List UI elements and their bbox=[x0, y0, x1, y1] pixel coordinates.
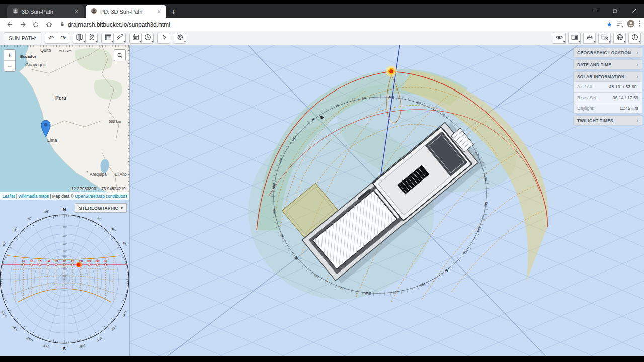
settings-gear-icon bbox=[176, 33, 184, 43]
close-window-button[interactable] bbox=[625, 8, 644, 14]
hour-label: 15 bbox=[38, 259, 42, 263]
maximize-button[interactable] bbox=[606, 8, 625, 14]
section-header-solar-information[interactable]: SOLAR INFORMATION › bbox=[574, 72, 642, 81]
scene-3d-viewport[interactable]: N1530NE6075E105120SE150165S195210SW24025… bbox=[130, 45, 644, 356]
attrib-leaflet-link[interactable]: Leaflet bbox=[3, 194, 15, 199]
forward-icon[interactable] bbox=[16, 20, 29, 30]
menu-kebab-icon[interactable] bbox=[638, 20, 641, 29]
address-bar[interactable]: drajmarsh.bitbucket.io/sunpath3d.html bbox=[59, 20, 606, 29]
location-map[interactable]: Quito Ecuador Guayaquil Perú Lima Arequi… bbox=[0, 45, 130, 200]
map-label-el-alto: El Alto bbox=[115, 172, 127, 177]
section-geographic-location: GEOGRAPHIC LOCATION › bbox=[574, 48, 642, 57]
projection-mode-button[interactable]: STEREOGRAPHIC ▾ bbox=[75, 203, 127, 213]
browser-tab-strip: 3D Sun-Path × PD: 3D Sun-Path × + bbox=[0, 4, 644, 18]
ring-label: NE bbox=[389, 95, 394, 100]
dome-sphere-button[interactable]: ▾ bbox=[583, 33, 596, 44]
azimuth-label: 165° bbox=[78, 344, 86, 349]
section-header-date-and-time[interactable]: DATE AND TIME › bbox=[574, 60, 642, 69]
map-coordinates: -12.22980890°, -76.94824219° bbox=[70, 186, 127, 191]
calendar-icon bbox=[132, 33, 140, 43]
home-icon[interactable] bbox=[42, 20, 55, 30]
map-zoom-out-button[interactable]: − bbox=[4, 60, 15, 71]
section-title: DATE AND TIME bbox=[577, 62, 611, 67]
calendar-clock-button[interactable]: ▾ bbox=[598, 33, 611, 44]
map-search-button[interactable] bbox=[114, 49, 126, 61]
back-icon[interactable] bbox=[3, 20, 16, 30]
globe-button[interactable]: ▾ bbox=[613, 33, 626, 44]
calendar-clock-icon bbox=[601, 33, 609, 43]
azimuth-label: 150° bbox=[96, 336, 103, 343]
azimuth-label: 60° bbox=[122, 241, 128, 247]
calendar-button[interactable]: ▾ bbox=[129, 33, 142, 44]
settings-gear-button[interactable]: ▾ bbox=[174, 33, 186, 44]
reload-icon[interactable] bbox=[29, 20, 42, 30]
layout-panel-button[interactable]: ▾ bbox=[568, 33, 581, 44]
hour-label: 16 bbox=[30, 259, 34, 263]
hour-label: 11 bbox=[71, 259, 74, 263]
sun-marker[interactable] bbox=[386, 66, 397, 77]
reading-list-icon[interactable] bbox=[616, 20, 623, 29]
hour-label: 10 bbox=[79, 259, 83, 263]
stereographic-diagram: 171615141312111009080710°20°30°40°50°60°… bbox=[0, 200, 130, 356]
hour-dot bbox=[31, 264, 33, 266]
globe-icon bbox=[616, 33, 624, 43]
hour-dot bbox=[55, 264, 57, 266]
azimuth-label: -165° bbox=[42, 344, 50, 349]
map-scale-right: 500 km bbox=[109, 119, 121, 124]
cardinal-n: N bbox=[63, 207, 66, 212]
data-table-button[interactable]: ▾ bbox=[101, 33, 114, 44]
redo-button[interactable]: ↷ bbox=[57, 33, 69, 44]
section-title: TWILIGHT TIMES bbox=[577, 118, 613, 123]
hour-label: 09 bbox=[87, 259, 91, 263]
chevron-right-icon: › bbox=[636, 74, 638, 79]
model-button[interactable]: ▾ bbox=[73, 33, 86, 44]
tab-pd-3d-sun-path[interactable]: PD: 3D Sun-Path × bbox=[86, 5, 166, 18]
scene-3d-canvas[interactable]: N1530NE6075E105120SE150165S195210SW24025… bbox=[130, 45, 644, 356]
profile-avatar[interactable] bbox=[627, 20, 635, 30]
tab-close-icon[interactable]: × bbox=[156, 8, 162, 15]
data-table-icon bbox=[104, 33, 112, 43]
eye-button[interactable]: ▾ bbox=[553, 33, 566, 44]
hour-label: 17 bbox=[22, 259, 26, 263]
map-canvas[interactable]: Quito Ecuador Guayaquil Perú Lima Arequi… bbox=[0, 45, 130, 200]
attrib-wikimedia-link[interactable]: Wikimedia maps bbox=[18, 194, 49, 199]
row-label: Daylight: bbox=[577, 106, 594, 111]
altitude-label: 80° bbox=[63, 274, 67, 277]
clock-icon bbox=[144, 33, 152, 43]
section-header-geographic-location[interactable]: GEOGRAPHIC LOCATION › bbox=[574, 48, 642, 57]
sunpath-toolbar-label: SUN-PATH: bbox=[4, 32, 41, 44]
minimize-button[interactable] bbox=[587, 8, 606, 14]
map-label-ecuador: Ecuador bbox=[20, 54, 36, 59]
location-pin-button[interactable]: ▾ bbox=[85, 33, 98, 44]
projection-mode-label: STEREOGRAPHIC bbox=[79, 206, 118, 211]
section-solar-information: SOLAR INFORMATION › Azi / Alt: 48.19° / … bbox=[574, 72, 642, 113]
tab-3d-sun-path[interactable]: 3D Sun-Path × bbox=[7, 5, 84, 18]
attrib-osm-link[interactable]: OpenStreetMap contributors bbox=[75, 194, 127, 199]
chevron-down-icon: ▾ bbox=[639, 40, 640, 44]
hour-label: 07 bbox=[104, 259, 108, 263]
altitude-label: 70° bbox=[63, 268, 67, 271]
bookmark-star-icon[interactable]: ★ bbox=[606, 21, 612, 28]
row-value: 11:45 Hrs bbox=[620, 106, 639, 111]
tab-close-icon[interactable]: × bbox=[74, 8, 79, 15]
azimuth-label: 120° bbox=[122, 310, 128, 318]
section-header-twilight-times[interactable]: TWILIGHT TIMES › bbox=[574, 116, 642, 125]
model-icon bbox=[75, 33, 84, 43]
tab-title: PD: 3D Sun-Path bbox=[100, 9, 153, 15]
azimuth-label: -60° bbox=[1, 240, 7, 247]
play-button[interactable] bbox=[157, 33, 170, 44]
row-label: Azi / Alt: bbox=[577, 84, 593, 89]
tab-favicon bbox=[12, 8, 19, 15]
clock-button[interactable]: ▾ bbox=[141, 33, 154, 44]
eye-icon bbox=[555, 33, 564, 43]
hour-label: 08 bbox=[96, 259, 100, 263]
new-tab-button[interactable]: + bbox=[171, 7, 176, 16]
url-text: drajmarsh.bitbucket.io/sunpath3d.html bbox=[68, 21, 170, 28]
chart-lines-button[interactable]: ▾ bbox=[113, 33, 126, 44]
ring-label: SW bbox=[365, 291, 371, 296]
map-zoom-in-button[interactable]: + bbox=[4, 50, 15, 60]
azimuth-label: -30° bbox=[26, 216, 33, 222]
undo-button[interactable]: ↶ bbox=[45, 33, 57, 44]
info-button[interactable]: ▾ bbox=[628, 33, 641, 44]
azimuth-label: 30° bbox=[97, 216, 103, 221]
